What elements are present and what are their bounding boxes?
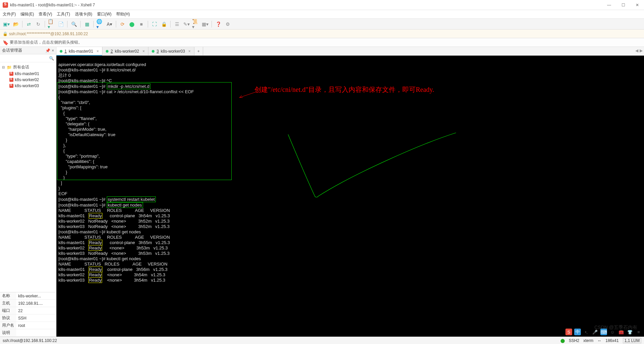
annotation-text: 创建"/etc/cni/net.d"目录，且写入内容和保存文件，即可Ready.	[255, 87, 434, 92]
term-cell: k8s-worker02	[58, 272, 88, 277]
tab-label: k8s-worker02	[115, 49, 139, 54]
tree-root[interactable]: ⊟📁 所有会话	[0, 64, 56, 71]
refresh-icon[interactable]: ⟳	[119, 20, 126, 28]
menu-file[interactable]: 文件(F)	[3, 11, 16, 17]
prop-desc-value	[16, 329, 56, 337]
reconnect-icon[interactable]: ↻	[35, 20, 42, 28]
open-icon[interactable]: 📂	[12, 20, 19, 28]
terminal[interactable]: apiserver.operator.tigera.io/default con…	[56, 56, 644, 337]
term-line: [root@k8s-master01 ~]# ll /etc/cni/net.d…	[58, 67, 136, 72]
tab-label: k8s-master01	[69, 49, 93, 54]
address-url[interactable]: ssh://root:***************@192.168.91.10…	[9, 32, 88, 36]
sessions-icon[interactable]: ▦	[83, 20, 91, 28]
tree-item-worker03[interactable]: k8s-worker03	[0, 83, 56, 89]
menu-help[interactable]: 帮助(H)	[116, 11, 130, 17]
tab-worker02[interactable]: 2 k8s-worker02 ×	[102, 47, 148, 55]
fullscreen-icon[interactable]: ⛶	[151, 20, 158, 28]
find-icon[interactable]: 🔍	[70, 20, 78, 28]
ime-keyboard-icon[interactable]: ⌨	[600, 329, 607, 335]
session-icon	[9, 78, 13, 82]
term-cell: k8s-worker02	[58, 245, 88, 250]
tree-item-master01[interactable]: k8s-master01	[0, 71, 56, 77]
font-icon[interactable]: A▾	[106, 20, 113, 28]
tab-prev-icon[interactable]: ◀	[635, 48, 638, 53]
minimize-button[interactable]: —	[605, 3, 613, 7]
sidebar-filter[interactable]: 🔍	[0, 54, 56, 62]
menu-edit[interactable]: 编辑(E)	[20, 11, 34, 17]
lock-icon[interactable]: 🔒	[160, 20, 168, 28]
term-header: NAME STATUS ROLES AGE VERSION	[58, 235, 170, 240]
stop-icon[interactable]: ■	[138, 20, 145, 28]
new-session-icon[interactable]: ▣▾	[3, 20, 10, 28]
prop-proto-label: 协议	[0, 314, 16, 322]
ime-toolbox-icon[interactable]: 🧰	[618, 329, 625, 335]
sidebar-close-icon[interactable]: ×	[52, 48, 54, 53]
status-dot-icon	[152, 50, 154, 53]
prop-name-value: k8s-worker...	[16, 292, 56, 300]
record-icon[interactable]: ⬤	[128, 20, 136, 28]
menubar: 文件(F) 编辑(E) 查看(V) 工具(T) 选项卡(B) 窗口(W) 帮助(…	[0, 10, 644, 19]
term-cell: k8s-worker03	[58, 278, 88, 283]
term-prompt: [root@k8s-master01 ~]#	[58, 197, 107, 202]
tab-close-icon[interactable]: ×	[142, 49, 145, 54]
menu-tabs[interactable]: 选项卡(B)	[75, 11, 92, 17]
term-cmd-boxed: kubectl get nodes	[107, 202, 143, 208]
edit-icon[interactable]: ✎▾	[183, 20, 190, 28]
ime-punct-icon[interactable]: •,	[583, 329, 590, 335]
hintbar: 🔖 要添加当前会话，点击左侧的箭头按钮。	[0, 38, 644, 47]
menu-window[interactable]: 窗口(W)	[97, 11, 111, 17]
term-status-ready: Ready	[89, 213, 103, 219]
tab-next-icon[interactable]: ▶	[640, 48, 643, 53]
ime-sogou-icon[interactable]: S	[565, 329, 572, 335]
term-cell: control-plane 3h55m v1.25.3	[102, 240, 170, 245]
ime-skin-icon[interactable]: 👕	[627, 329, 633, 335]
prop-host-label: 主机	[0, 300, 16, 307]
globe-icon[interactable]: 🌐▾	[96, 20, 104, 28]
term-status-ready: Ready	[89, 240, 103, 245]
script-icon[interactable]: 📜▾	[192, 20, 199, 28]
close-button[interactable]: ✕	[633, 3, 641, 7]
paste-icon[interactable]: 📄	[57, 20, 64, 28]
hint-text: 要添加当前会话，点击左侧的箭头按钮。	[10, 40, 82, 45]
copy-icon[interactable]: 📋▾	[48, 20, 55, 28]
term-line: [root@k8s-master01 ~]# kubectl get nodes	[58, 256, 141, 261]
lock-icon: 🔒	[3, 32, 8, 36]
term-cell: <none> 3h54m v1.25.3	[102, 272, 165, 277]
menu-tools[interactable]: 工具(T)	[57, 11, 70, 17]
prop-proto-value: SSH	[16, 314, 56, 322]
tab-add-button[interactable]: +	[194, 47, 203, 55]
sidebar-pin-icon[interactable]: 📌	[45, 48, 50, 53]
session-properties: 名称k8s-worker... 主机192.168.91.... 端口22 协议…	[0, 292, 56, 337]
ime-voice-icon[interactable]: 🎤	[592, 329, 598, 335]
ime-emoji-icon[interactable]: ☺	[609, 329, 616, 335]
ime-menu-icon[interactable]: ≡	[635, 329, 642, 335]
bookmark-icon[interactable]: 🔖	[3, 40, 8, 45]
menu-view[interactable]: 查看(V)	[39, 11, 52, 17]
list-icon[interactable]: ☰	[173, 20, 181, 28]
term-cell: k8s-master01	[58, 240, 89, 245]
term-line: [root@k8s-master01 ~]# kubectl get nodes	[58, 229, 141, 234]
term-line: EOF	[58, 191, 67, 196]
tree-item-label: k8s-worker03	[15, 83, 39, 88]
grid-icon[interactable]: ▦▾	[201, 20, 209, 28]
floating-ime-toolbar: S 中 •, 🎤 ⌨ ☺ 🧰 👕 ≡	[565, 329, 642, 335]
prop-user-label: 用户名	[0, 322, 16, 329]
svg-line-0	[239, 92, 256, 98]
toolbar: ▣▾ 📂 ⇄ ↻ 📋▾ 📄 🔍 ▦ 🌐▾ A▾ ⟳ ⬤ ■ ⛶ 🔒 ☰ ✎▾ 📜…	[0, 19, 644, 30]
tab-master01[interactable]: 1 k8s-master01 ×	[56, 47, 102, 55]
tab-worker03[interactable]: 3 k8s-worker03 ×	[148, 47, 194, 55]
help-icon[interactable]: ❓	[215, 20, 222, 28]
tab-close-icon[interactable]: ×	[188, 49, 191, 54]
sidebar-title: 会话管理器	[2, 48, 22, 53]
tree-item-worker02[interactable]: k8s-worker02	[0, 77, 56, 83]
checkmark-annotation-icon	[285, 131, 459, 202]
term-line: k8s-worker03 NotReady <none> 3h53m v1.25…	[58, 251, 170, 256]
term-line: k8s-worker03 NotReady <none> 3h52m v1.25…	[58, 224, 170, 229]
ime-lang-icon[interactable]: 中	[574, 329, 581, 335]
maximize-button[interactable]: ☐	[619, 3, 627, 7]
tab-close-icon[interactable]: ×	[96, 49, 99, 54]
term-line: }	[58, 186, 60, 191]
transfer-icon[interactable]: ⇄	[25, 20, 33, 28]
settings-icon[interactable]: ⚙	[224, 20, 231, 28]
prop-port-value: 22	[16, 307, 56, 314]
